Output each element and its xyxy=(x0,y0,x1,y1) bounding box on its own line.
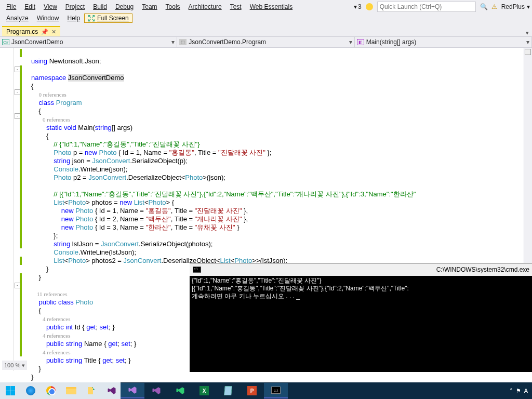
taskbar-app-excel[interactable]: X xyxy=(192,383,216,398)
tray-flag-icon[interactable]: ⚑ xyxy=(516,388,521,394)
nav-method-dropdown[interactable]: ◧Main(string[] args)▾ xyxy=(355,37,532,47)
menu-file[interactable]: File xyxy=(2,2,20,11)
document-tab-strip: Program.cs 📌 ✕ ▾ xyxy=(0,25,532,36)
nav-class-dropdown[interactable]: ⬚JsonConvertDemo.Program▾ xyxy=(177,37,354,47)
taskbar: X P c:\ ˄ ⚑ A xyxy=(0,382,532,399)
console-titlebar[interactable]: C:\WINDOWS\system32\cmd.exe xyxy=(190,263,532,276)
taskbar-tool-icon[interactable] xyxy=(82,383,100,398)
fold-toggle[interactable]: - xyxy=(15,283,20,288)
navigation-bar: C#JsonConvertDemo▾ ⬚JsonConvertDemo.Prog… xyxy=(0,36,532,48)
menu-view[interactable]: View xyxy=(39,2,61,11)
menu-analyze[interactable]: Analyze xyxy=(2,14,33,23)
class-badge-icon: ⬚ xyxy=(179,39,187,45)
start-button[interactable] xyxy=(1,383,19,398)
tab-program-cs[interactable]: Program.cs 📌 ✕ xyxy=(2,26,60,36)
menu-debug[interactable]: Debug xyxy=(111,2,138,11)
fold-toggle[interactable]: - xyxy=(15,89,20,95)
warning-icon[interactable]: ⚠ xyxy=(491,3,497,10)
feedback-smiley-icon[interactable] xyxy=(366,3,373,10)
fullscreen-icon xyxy=(88,15,95,22)
user-menu[interactable]: RedPlus ▾ xyxy=(501,3,530,10)
taskbar-vs-icon[interactable] xyxy=(102,383,121,398)
csharp-badge-icon: C# xyxy=(2,39,9,45)
menu-tools[interactable]: Tools xyxy=(162,2,184,11)
quick-launch-input[interactable] xyxy=(377,2,476,12)
tab-overflow-icon[interactable]: ▾ xyxy=(523,30,532,36)
console-window[interactable]: C:\WINDOWS\system32\cmd.exe {"Id":1,"Nam… xyxy=(190,263,532,372)
console-output: {"Id":1,"Name":"홍길동","Title":"진달래꽃 사진"} … xyxy=(190,276,532,301)
taskbar-ie-icon[interactable] xyxy=(21,383,39,398)
fold-toggle[interactable]: - xyxy=(15,66,20,72)
svg-rect-0 xyxy=(88,387,93,394)
taskbar-app-vscode[interactable] xyxy=(168,383,192,398)
menu-architecture[interactable]: Architecture xyxy=(184,2,226,11)
tray-chevron-icon[interactable]: ˄ xyxy=(510,388,513,394)
fullscreen-button[interactable]: Full Screen xyxy=(84,14,132,23)
search-icon[interactable]: 🔍 xyxy=(480,3,487,10)
tray-lang[interactable]: A xyxy=(524,388,528,394)
zoom-level[interactable]: 100 % ▾ xyxy=(2,361,27,370)
fold-toggle[interactable]: - xyxy=(15,113,20,119)
menu-project[interactable]: Project xyxy=(61,2,89,11)
taskbar-app-powerpoint[interactable]: P xyxy=(240,383,264,398)
fullscreen-label: Full Screen xyxy=(97,15,129,22)
taskbar-explorer-icon[interactable] xyxy=(62,383,80,398)
taskbar-app-cmd[interactable]: c:\ xyxy=(264,383,288,398)
menu-test[interactable]: Test xyxy=(226,2,246,11)
editor-gutter xyxy=(0,48,14,371)
menu-bar: File Edit View Project Build Debug Team … xyxy=(0,0,532,25)
tab-label: Program.cs xyxy=(6,28,38,35)
menu-build[interactable]: Build xyxy=(89,2,111,11)
close-icon[interactable]: ✕ xyxy=(51,29,56,35)
nav-project-dropdown[interactable]: C#JsonConvertDemo▾ xyxy=(0,37,177,47)
console-title-text: C:\WINDOWS\system32\cmd.exe xyxy=(436,266,529,273)
taskbar-app-vs2[interactable] xyxy=(144,383,168,398)
cmd-icon xyxy=(193,267,201,273)
system-tray[interactable]: ˄ ⚑ A xyxy=(510,388,532,394)
menu-window[interactable]: Window xyxy=(33,14,63,23)
menu-webessentials[interactable]: Web Essentials xyxy=(246,2,297,11)
taskbar-app-vs[interactable] xyxy=(121,383,144,398)
pin-icon[interactable]: 📌 xyxy=(41,29,48,35)
method-badge-icon: ◧ xyxy=(357,39,364,45)
split-editor-icon[interactable] xyxy=(525,49,531,55)
menu-team[interactable]: Team xyxy=(138,2,161,11)
notification-flag-icon[interactable]: ▾3 xyxy=(354,3,362,10)
taskbar-chrome-icon[interactable] xyxy=(42,383,60,398)
taskbar-app-notepad[interactable] xyxy=(216,383,240,398)
menu-edit[interactable]: Edit xyxy=(20,2,39,11)
menu-help[interactable]: Help xyxy=(63,14,84,23)
